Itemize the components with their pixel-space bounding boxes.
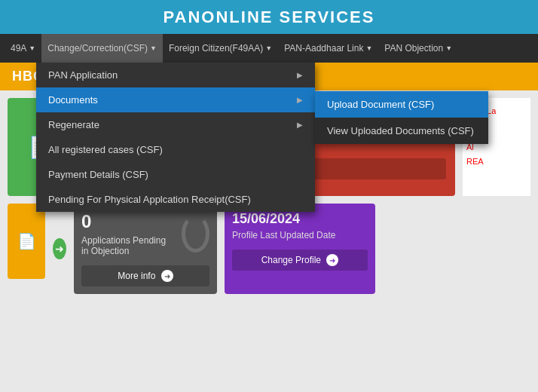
- arrow-right-icon-2: ➜: [161, 270, 173, 282]
- chevron-down-icon: ▼: [445, 44, 452, 52]
- dropdown-item-payment-details[interactable]: Payment Details (CSF): [36, 162, 315, 187]
- dropdown-item-all-cases[interactable]: All registered cases (CSF): [36, 137, 315, 162]
- dropdown-list: PAN Application ▶ Documents ▶ Regenerate…: [36, 63, 315, 212]
- card-applications-pending: 0 Applications Pending in Objection More…: [74, 204, 217, 294]
- dropdown-menu: PAN Application ▶ Documents ▶ Regenerate…: [36, 63, 315, 212]
- chevron-down-icon: ▼: [365, 44, 372, 52]
- applications-pending-number: 0: [81, 211, 174, 232]
- card-yellow-small: 📄: [8, 204, 45, 279]
- app-header: PANONLINE SERVICES: [0, 0, 538, 34]
- nav-item-foreign-citizen[interactable]: Foreign Citizen(F49AA) ▼: [163, 34, 278, 63]
- app-title: PANONLINE SERVICES: [164, 8, 375, 26]
- nav-item-change-correction[interactable]: Change/Correction(CSF) ▼: [41, 34, 163, 63]
- arrow-right-icon-3: ➜: [326, 254, 338, 266]
- card-profile: 15/06/2024 Profile Last Updated Date Cha…: [225, 204, 375, 294]
- dropdown-item-pan-application[interactable]: PAN Application ▶: [36, 63, 315, 87]
- chevron-right-icon: ▶: [297, 96, 303, 104]
- sub-dropdown-view[interactable]: View Uploaded Documents (CSF): [315, 118, 488, 144]
- chevron-down-icon: ▼: [265, 44, 272, 52]
- applications-pending-label: Applications Pending in Objection: [81, 235, 174, 256]
- chevron-right-icon: ▶: [297, 71, 303, 79]
- sub-dropdown-menu: Upload Document (CSF) View Uploaded Docu…: [315, 91, 488, 144]
- nav-item-pan-objection[interactable]: PAN Objection ▼: [378, 34, 458, 63]
- progress-circle: [182, 215, 209, 253]
- profile-label: Profile Last Updated Date: [232, 230, 368, 240]
- nav-item-pan-aaddhaar[interactable]: PAN-Aaddhaar Link ▼: [278, 34, 378, 63]
- change-profile-button[interactable]: Change Profile ➜: [232, 250, 368, 271]
- dropdown-item-pending-physical[interactable]: Pending For Physical Applcation Receipt(…: [36, 187, 315, 212]
- document-icon-2: 📄: [17, 232, 36, 250]
- chevron-down-icon: ▼: [150, 44, 157, 52]
- profile-date: 15/06/2024: [232, 211, 368, 227]
- nav-arrow-left[interactable]: ➜: [53, 238, 66, 259]
- navbar: 49A ▼ Change/Correction(CSF) ▼ Foreign C…: [0, 34, 538, 63]
- bottom-card-row: 📄 ➜ 0 Applications Pending in Objection …: [0, 204, 538, 302]
- nav-item-49a[interactable]: 49A ▼: [5, 34, 41, 63]
- dropdown-item-regenerate[interactable]: Regenerate ▶: [36, 112, 315, 137]
- chevron-right-icon: ▶: [297, 121, 303, 129]
- sub-dropdown-upload[interactable]: Upload Document (CSF): [315, 91, 488, 118]
- more-info-button-2[interactable]: More info ➜: [81, 265, 209, 286]
- chevron-down-icon: ▼: [29, 44, 35, 52]
- dropdown-item-documents[interactable]: Documents ▶: [36, 87, 315, 112]
